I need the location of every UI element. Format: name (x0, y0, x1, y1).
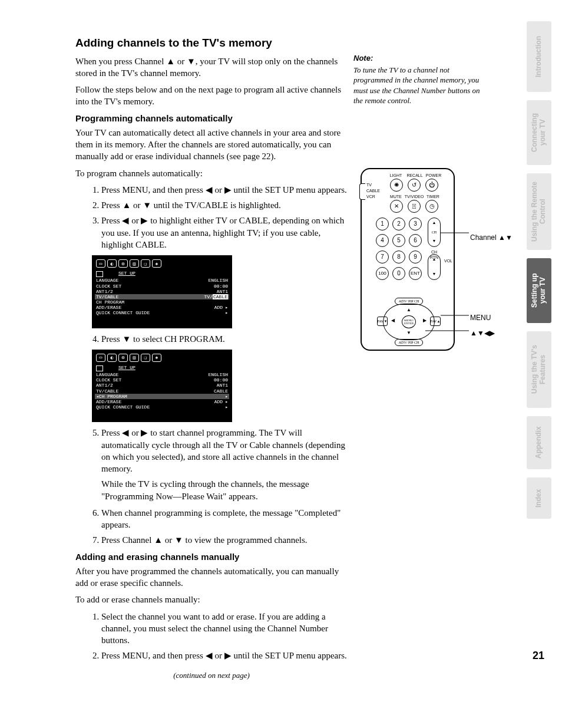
digit-9-button: 9 (409, 251, 422, 263)
channel-rocker: ▲CH▼ (428, 218, 441, 247)
step-subtext: While the TV is cycling through the chan… (101, 478, 348, 502)
timer-button: ◷ (425, 200, 438, 213)
digit-2-button: 2 (392, 218, 405, 230)
remote-illustration: TV CABLE VCR LIGHT RECALL POWER ✺ ↺ ⏻ MU… (361, 168, 514, 351)
tab-connecting: Connecting your TV (527, 100, 551, 165)
step: Press MENU, and then press ◀ or ▶ until … (101, 650, 348, 661)
auto-steps-list: Press MENU, and then press ◀ or ▶ until … (75, 184, 348, 251)
tab-setting-up: Setting up your TV (527, 258, 551, 323)
callout-arrows: ▲▼◀▶ (470, 328, 495, 338)
subhead-auto: Programming channels automatically (75, 113, 348, 124)
callout-channel: Channel ▲▼ (470, 233, 513, 242)
auto-lead: To program channels automatically: (75, 167, 348, 179)
manual-lead: To add or erase channels manually: (75, 594, 348, 605)
note-body: To tune the TV to a channel not programm… (353, 65, 489, 106)
digit-7-button: 7 (376, 251, 389, 263)
digit-100-button: 100 (376, 267, 389, 280)
page-number: 21 (533, 648, 544, 663)
tab-index: Index (527, 477, 551, 519)
auto-paragraph: Your TV can automatically detect all act… (75, 127, 348, 163)
manual-paragraph: After you have programmed the channels a… (75, 565, 348, 589)
tab-remote: Using the Remote Control (527, 173, 551, 250)
continued-note: (continued on next page) (75, 670, 348, 681)
menu-screenshot-1: ▭◐⚙▤❏◈ SET UP LANGUAGEENGLISH CLOCK SET0… (92, 255, 232, 328)
note-block: Note: To tune the TV to a channel not pr… (353, 53, 489, 106)
recall-button: ↺ (408, 179, 421, 192)
auto-steps-list-2: Press ▼ to select CH PROGRAM. (75, 333, 348, 345)
fav-down-button: FAV▼ (377, 317, 388, 326)
menu-enter-button: MENU/ ENTER (402, 315, 416, 328)
menu-screenshot-2: ▭◐⚙▤❏◈ SET UP LANGUAGEENGLISH CLOCK SET0… (92, 350, 232, 423)
manual-steps-list: Select the channel you want to add or er… (75, 611, 348, 662)
ent-button: ENT (409, 267, 422, 280)
mute-button: ✕ (390, 200, 403, 213)
tab-appendix: Appendix (527, 416, 551, 469)
step: Select the channel you want to add or er… (101, 611, 348, 647)
digit-5-button: 5 (392, 234, 405, 247)
digit-3-button: 3 (409, 218, 422, 230)
tv-cable-vcr-switch (359, 183, 365, 200)
step: Press ▲ or ▼ until the TV/CABLE is highl… (101, 199, 348, 211)
step: When channel programming is complete, th… (101, 507, 348, 531)
light-button: ✺ (390, 179, 403, 192)
step: Press MENU, and then press ◀ or ▶ until … (101, 184, 348, 196)
section-title: Adding channels to the TV's memory (75, 35, 348, 51)
tab-features: Using the TV's Features (527, 331, 551, 408)
power-button: ⏻ (425, 179, 438, 192)
digit-8-button: 8 (392, 251, 405, 263)
tvvideo-button: ⍐ (408, 200, 421, 213)
digit-6-button: 6 (409, 234, 422, 247)
intro-paragraph-1: When you press Channel ▲ or ▼, your TV w… (75, 55, 348, 80)
tab-introduction: Introduction (527, 21, 551, 92)
menu-dpad: ADV/ PIP CH ▲ ▼ ◀ ▶ MENU/ ENTER FAV▼ FAV… (378, 299, 439, 345)
volume-rocker: ▲▼ (428, 254, 441, 280)
fav-up-button: FAV▲ (430, 317, 441, 326)
side-tabs: Introduction Connecting your TV Using th… (527, 21, 551, 527)
step: Press ▼ to select CH PROGRAM. (101, 333, 348, 345)
subhead-manual: Adding and erasing channels manually (75, 551, 348, 563)
auto-steps-list-3: Press ◀ or ▶ to start channel programmin… (75, 427, 348, 546)
note-heading: Note: (353, 53, 489, 64)
step: Press Channel ▲ or ▼ to view the program… (101, 534, 348, 546)
step: Press ◀ or ▶ to highlight either TV or C… (101, 215, 348, 251)
digit-4-button: 4 (376, 234, 389, 247)
callout-menu: MENU (470, 313, 491, 322)
digit-1-button: 1 (376, 218, 389, 230)
digit-0-button: 0 (392, 267, 405, 280)
step: Press ◀ or ▶ to start channel programmin… (101, 427, 348, 502)
intro-paragraph-2: Follow the steps below and on the next p… (75, 84, 348, 108)
